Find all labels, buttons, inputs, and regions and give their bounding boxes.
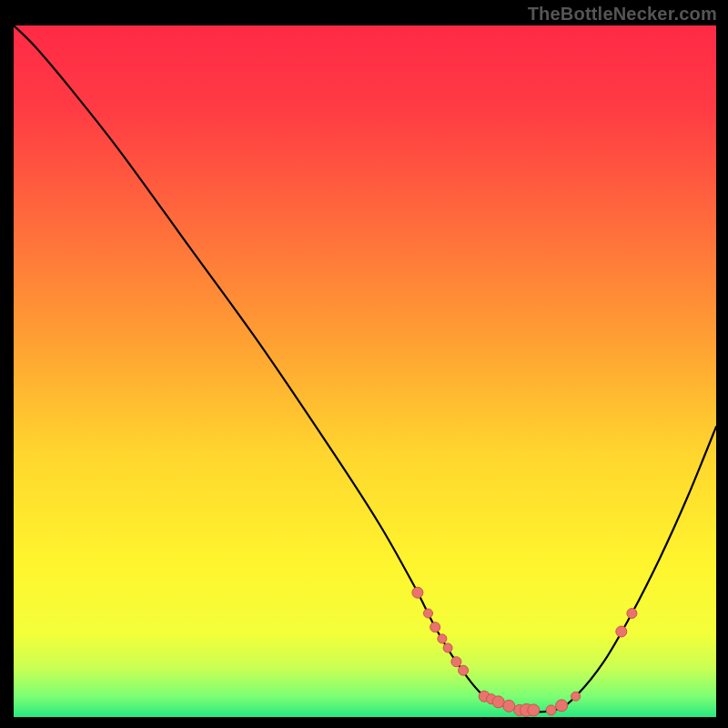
marker-dot bbox=[571, 692, 581, 701]
gradient-bg bbox=[14, 25, 716, 717]
chart-svg bbox=[14, 25, 716, 717]
marker-dot bbox=[459, 665, 469, 675]
marker-dot bbox=[616, 626, 627, 637]
marker-dot bbox=[492, 696, 504, 708]
marker-dot bbox=[627, 609, 637, 619]
watermark-text: TheBottleNecker.com bbox=[528, 4, 717, 25]
marker-dot bbox=[503, 700, 515, 712]
marker-dot bbox=[438, 634, 447, 643]
marker-dot bbox=[412, 587, 423, 598]
chart-frame: TheBottleNecker.com bbox=[0, 0, 728, 728]
plot-area bbox=[14, 25, 716, 717]
marker-dot bbox=[443, 643, 452, 652]
marker-dot bbox=[451, 657, 461, 667]
marker-dot bbox=[528, 704, 540, 716]
marker-dot bbox=[424, 609, 433, 618]
marker-dot bbox=[430, 622, 440, 632]
marker-dot bbox=[556, 700, 568, 712]
marker-dot bbox=[546, 705, 556, 715]
